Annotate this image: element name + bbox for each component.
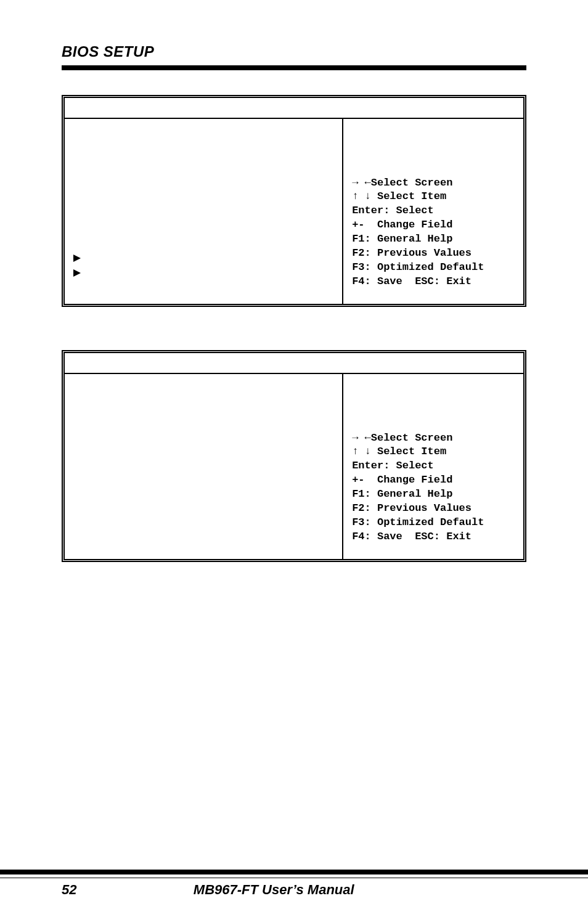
help-line: Enter: Select [352,204,515,218]
help-line: F3: Optimized Default [352,516,515,530]
header-divider [62,65,526,70]
bios-help-pane: → ←Select Screen ↑ ↓ Select Item Enter: … [342,119,523,304]
bios-panel-2: → ←Select Screen ↑ ↓ Select Item Enter: … [62,350,526,562]
help-line: F4: Save ESC: Exit [352,275,515,289]
help-line: F3: Optimized Default [352,261,515,275]
help-line: Enter: Select [352,459,515,473]
help-line: +- Change Field [352,473,515,487]
bios-menu-tabs [65,353,523,374]
help-line: F2: Previous Values [352,247,515,261]
help-line: ↑ ↓ Select Item [352,445,515,459]
bios-left-pane [65,374,342,559]
help-line: → ←Select Screen [352,431,515,446]
bios-left-pane [65,119,342,304]
bios-menu-tabs [65,98,523,119]
bios-panel-1: → ←Select Screen ↑ ↓ Select Item Enter: … [62,95,526,307]
bios-help-pane: → ←Select Screen ↑ ↓ Select Item Enter: … [342,374,523,559]
help-line: F4: Save ESC: Exit [352,530,515,544]
footer-bar-thin [0,878,588,878]
chapter-heading: BIOS SETUP [62,43,526,60]
menu-item[interactable] [73,266,84,280]
help-line: +- Change Field [352,218,515,232]
help-line: → ←Select Screen [352,176,515,190]
submenu-icon [73,255,81,262]
footer-bar-thick [0,870,588,874]
help-line: ↑ ↓ Select Item [352,190,515,204]
help-line: F1: General Help [352,232,515,247]
help-line: F1: General Help [352,487,515,502]
manual-title: MB967-FT User’s Manual [46,882,502,898]
menu-item[interactable] [73,251,84,266]
submenu-icon [73,269,81,277]
help-line: F2: Previous Values [352,502,515,516]
